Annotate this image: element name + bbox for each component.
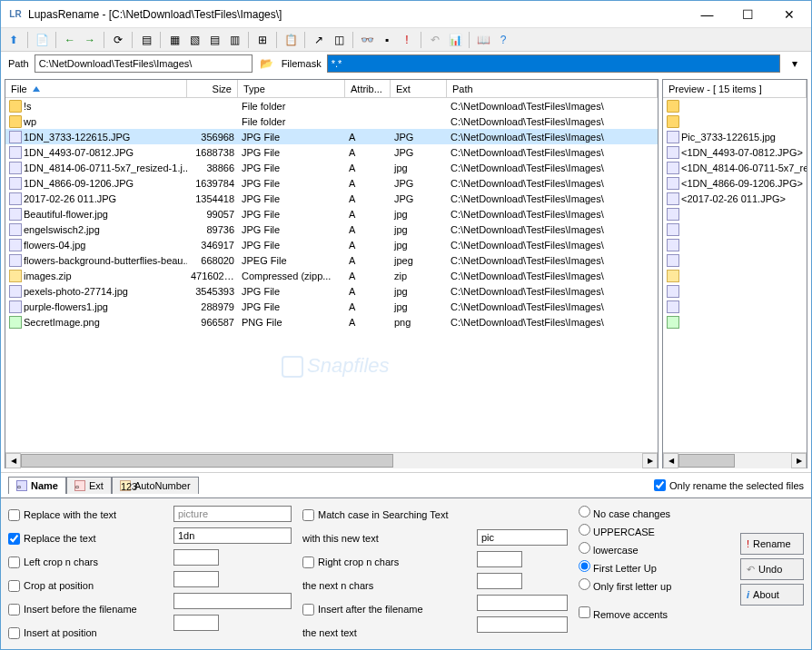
- close-button[interactable]: ✕: [768, 2, 809, 27]
- preview-row[interactable]: [663, 206, 807, 222]
- replace-with-input[interactable]: [173, 506, 292, 522]
- undo-button[interactable]: ↶ Undo: [740, 558, 804, 580]
- table-row[interactable]: SecretImage.png966587PNG FileApngC:\NetD…: [5, 314, 658, 330]
- undo-icon[interactable]: ↶: [426, 31, 444, 49]
- match-case-check[interactable]: Match case in Searching Text: [302, 506, 466, 524]
- col-ext[interactable]: Ext: [391, 80, 447, 97]
- insert-before-check[interactable]: Insert before the filename: [8, 600, 163, 618]
- insert-after-input[interactable]: [477, 595, 568, 611]
- preview-row[interactable]: <1DN_4866-09-1206.JPG>: [663, 175, 807, 191]
- insert-pos-input[interactable]: [173, 615, 219, 631]
- table-row[interactable]: 1DN_3733-122615.JPG356968JPG FileAJPGC:\…: [5, 129, 658, 144]
- preview-row[interactable]: <1DN_4493-07-0812.JPG>: [663, 144, 807, 160]
- tab-name[interactable]: ▫Name: [8, 477, 66, 494]
- col-size[interactable]: Size: [187, 80, 238, 97]
- preview-row[interactable]: [663, 237, 807, 252]
- preview-scroll-left-icon[interactable]: ◀: [663, 453, 678, 468]
- path-input[interactable]: [35, 54, 253, 73]
- filemask-dropdown-icon[interactable]: ▾: [786, 54, 804, 73]
- preview-row[interactable]: Pic_3733-122615.jpg: [663, 129, 807, 144]
- case-lower-radio[interactable]: lowercase: [579, 542, 671, 556]
- left-crop-input[interactable]: [173, 549, 219, 566]
- table-row[interactable]: 1DN_4493-07-0812.JPG1688738JPG FileAJPGC…: [5, 144, 658, 160]
- table-row[interactable]: images.zip47160266Compressed (zipp...Azi…: [5, 268, 658, 283]
- preview-row[interactable]: [663, 283, 807, 299]
- question-icon[interactable]: ?: [494, 31, 512, 49]
- view4-icon[interactable]: ▥: [225, 31, 243, 49]
- preview-row[interactable]: [663, 268, 807, 283]
- h-scrollbar[interactable]: ◀ ▶: [5, 452, 658, 468]
- preview-row[interactable]: [663, 222, 807, 237]
- scroll-right-icon[interactable]: ▶: [642, 453, 658, 468]
- preview-row[interactable]: [663, 299, 807, 314]
- minimize-button[interactable]: —: [687, 2, 728, 27]
- tool1-icon[interactable]: ▤: [137, 31, 155, 49]
- preview-rows[interactable]: Pic_3733-122615.jpg<1DN_4493-07-0812.JPG…: [663, 98, 807, 452]
- table-row[interactable]: !sFile folderC:\NetDownload\TestFiles\Im…: [5, 98, 658, 113]
- insert-after-check[interactable]: Insert after the filename: [302, 600, 466, 618]
- case-nochange-radio[interactable]: No case changes: [579, 506, 671, 519]
- preview-row[interactable]: [663, 314, 807, 330]
- preview-scroll-right-icon[interactable]: ▶: [791, 453, 807, 468]
- table-row[interactable]: purple-flowers1.jpg288979JPG FileAjpgC:\…: [5, 299, 658, 314]
- new-icon[interactable]: 📄: [33, 31, 51, 49]
- col-file[interactable]: File: [5, 80, 187, 97]
- file-rows[interactable]: !sFile folderC:\NetDownload\TestFiles\Im…: [5, 98, 658, 452]
- maximize-button[interactable]: ☐: [728, 2, 768, 27]
- view2-icon[interactable]: ▧: [185, 31, 203, 49]
- right-crop-input[interactable]: [477, 551, 522, 567]
- up-icon[interactable]: ⬆: [5, 31, 23, 49]
- help-icon[interactable]: 📖: [474, 31, 492, 49]
- forward-icon[interactable]: →: [81, 31, 99, 49]
- case-onlyfirst-radio[interactable]: Only first letter up: [579, 578, 671, 592]
- preview-row[interactable]: [663, 98, 807, 113]
- filemask-input[interactable]: [327, 54, 780, 73]
- table-row[interactable]: flowers-04.jpg346917JPG FileAjpgC:\NetDo…: [5, 237, 658, 252]
- right-crop-check[interactable]: Right crop n chars: [302, 553, 466, 571]
- case-firstup-radio[interactable]: First Letter Up: [579, 560, 671, 574]
- remove-accents-check[interactable]: Remove accents: [579, 606, 671, 620]
- view3-icon[interactable]: ▤: [205, 31, 223, 49]
- view1-icon[interactable]: ▦: [165, 31, 183, 49]
- tab-autonumber[interactable]: 123AutoNumber: [112, 477, 199, 494]
- table-row[interactable]: 1DN_4814-06-0711-5x7_resized-1.j...38866…: [5, 160, 658, 175]
- preview-row[interactable]: [663, 252, 807, 268]
- table-row[interactable]: Beautiful-flower.jpg99057JPG FileAjpgC:\…: [5, 206, 658, 222]
- replace-with-text-check[interactable]: Replace with the text: [8, 506, 163, 524]
- new-text-input[interactable]: [477, 529, 568, 546]
- grid-icon[interactable]: ⊞: [253, 31, 272, 49]
- preview-row[interactable]: <2017-02-26 011.JPG>: [663, 191, 807, 206]
- table-row[interactable]: engelswisch2.jpg89736JPG FileAjpgC:\NetD…: [5, 222, 658, 237]
- exclaim-icon[interactable]: !: [398, 31, 416, 49]
- table-row[interactable]: flowers-background-butterflies-beau...66…: [5, 252, 658, 268]
- scroll-left-icon[interactable]: ◀: [5, 453, 21, 468]
- col-attrib[interactable]: Attrib...: [345, 80, 391, 97]
- left-crop-check[interactable]: Left crop n chars: [8, 553, 163, 571]
- only-rename-check[interactable]: Only rename the selected files: [654, 479, 804, 491]
- col-type[interactable]: Type: [238, 80, 345, 97]
- table-row[interactable]: 1DN_4866-09-1206.JPG1639784JPG FileAJPGC…: [5, 175, 658, 191]
- case-upper-radio[interactable]: UPPERCASE: [579, 524, 671, 537]
- rename-button[interactable]: ! Rename: [740, 533, 804, 555]
- crop-pos-input[interactable]: [173, 571, 219, 587]
- refresh-icon[interactable]: ⟳: [109, 31, 127, 49]
- preview-row[interactable]: [663, 113, 807, 129]
- folder-open-icon[interactable]: 📂: [258, 54, 276, 73]
- doc-icon[interactable]: 📋: [282, 31, 300, 49]
- next-text-input[interactable]: [477, 616, 568, 633]
- arrow-icon[interactable]: ↗: [310, 31, 328, 49]
- replace-text-input[interactable]: [173, 527, 292, 544]
- insert-at-pos-check[interactable]: Insert at position: [8, 624, 163, 642]
- tab-ext[interactable]: ▫Ext: [66, 477, 112, 494]
- glasses-icon[interactable]: 👓: [358, 31, 376, 49]
- col-path[interactable]: Path: [447, 80, 658, 97]
- table-row[interactable]: pexels-photo-27714.jpg3545393JPG FileAjp…: [5, 283, 658, 299]
- about-button[interactable]: i About: [740, 584, 804, 606]
- preview-header[interactable]: Preview - [ 15 items ]: [663, 80, 807, 97]
- back-icon[interactable]: ←: [61, 31, 79, 49]
- table-row[interactable]: wpFile folderC:\NetDownload\TestFiles\Im…: [5, 113, 658, 129]
- color-icon[interactable]: ◫: [330, 31, 348, 49]
- next-n-chars-input[interactable]: [477, 573, 522, 589]
- delete-icon[interactable]: 📊: [446, 31, 464, 49]
- table-row[interactable]: 2017-02-26 011.JPG1354418JPG FileAJPGC:\…: [5, 191, 658, 206]
